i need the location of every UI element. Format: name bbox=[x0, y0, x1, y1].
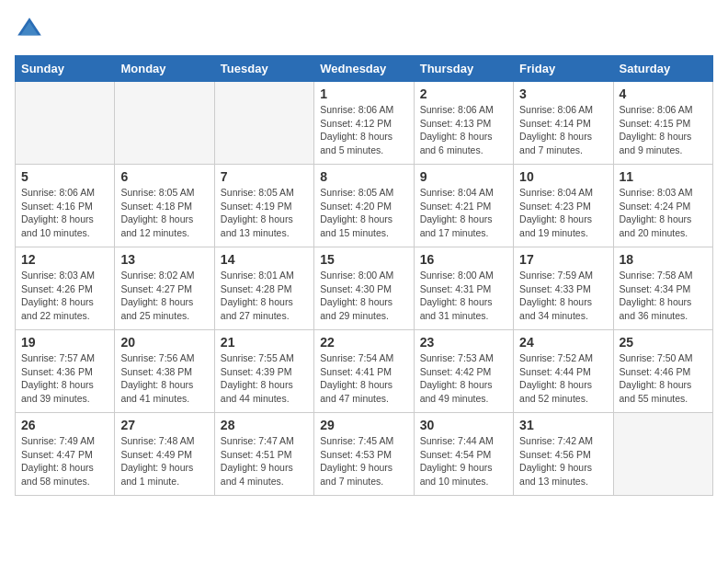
day-info: Sunrise: 7:58 AM Sunset: 4:34 PM Dayligh… bbox=[620, 269, 707, 323]
calendar-cell: 11Sunrise: 8:03 AM Sunset: 4:24 PM Dayli… bbox=[613, 165, 712, 247]
day-info: Sunrise: 8:05 AM Sunset: 4:18 PM Dayligh… bbox=[120, 186, 208, 240]
calendar-cell: 20Sunrise: 7:56 AM Sunset: 4:38 PM Dayli… bbox=[115, 330, 214, 413]
calendar-cell bbox=[115, 82, 214, 165]
calendar-table: SundayMondayTuesdayWednesdayThursdayFrid… bbox=[15, 55, 713, 496]
calendar-cell bbox=[16, 82, 115, 165]
logo bbox=[15, 15, 48, 44]
day-info: Sunrise: 7:48 AM Sunset: 4:49 PM Dayligh… bbox=[120, 434, 208, 488]
day-info: Sunrise: 7:53 AM Sunset: 4:42 PM Dayligh… bbox=[420, 351, 507, 406]
calendar-cell: 31Sunrise: 7:42 AM Sunset: 4:56 PM Dayli… bbox=[514, 413, 613, 496]
weekday-header-friday: Friday bbox=[514, 56, 613, 82]
day-number: 22 bbox=[320, 335, 407, 350]
day-info: Sunrise: 7:44 AM Sunset: 4:54 PM Dayligh… bbox=[420, 434, 507, 488]
day-number: 24 bbox=[519, 335, 607, 350]
day-info: Sunrise: 7:54 AM Sunset: 4:41 PM Dayligh… bbox=[320, 351, 407, 406]
calendar-cell: 16Sunrise: 8:00 AM Sunset: 4:31 PM Dayli… bbox=[414, 247, 513, 330]
week-row-1: 1Sunrise: 8:06 AM Sunset: 4:12 PM Daylig… bbox=[16, 82, 713, 165]
calendar-cell: 6Sunrise: 8:05 AM Sunset: 4:18 PM Daylig… bbox=[115, 165, 214, 247]
day-number: 8 bbox=[320, 169, 407, 184]
calendar-cell: 18Sunrise: 7:58 AM Sunset: 4:34 PM Dayli… bbox=[613, 247, 712, 330]
day-number: 12 bbox=[21, 252, 108, 267]
calendar-cell: 24Sunrise: 7:52 AM Sunset: 4:44 PM Dayli… bbox=[514, 330, 613, 413]
page-header bbox=[15, 15, 713, 44]
day-number: 4 bbox=[620, 86, 707, 101]
day-number: 3 bbox=[519, 86, 607, 101]
day-info: Sunrise: 8:06 AM Sunset: 4:13 PM Dayligh… bbox=[420, 103, 507, 157]
day-info: Sunrise: 7:42 AM Sunset: 4:56 PM Dayligh… bbox=[519, 434, 607, 488]
calendar-cell: 5Sunrise: 8:06 AM Sunset: 4:16 PM Daylig… bbox=[16, 165, 115, 247]
day-info: Sunrise: 7:52 AM Sunset: 4:44 PM Dayligh… bbox=[519, 351, 607, 406]
day-number: 1 bbox=[320, 86, 407, 101]
day-number: 9 bbox=[420, 169, 507, 184]
calendar-cell: 1Sunrise: 8:06 AM Sunset: 4:12 PM Daylig… bbox=[314, 82, 414, 165]
calendar-cell: 2Sunrise: 8:06 AM Sunset: 4:13 PM Daylig… bbox=[414, 82, 513, 165]
day-info: Sunrise: 8:06 AM Sunset: 4:12 PM Dayligh… bbox=[320, 103, 407, 157]
day-number: 28 bbox=[221, 418, 308, 432]
calendar-cell: 30Sunrise: 7:44 AM Sunset: 4:54 PM Dayli… bbox=[414, 413, 513, 496]
day-info: Sunrise: 8:00 AM Sunset: 4:30 PM Dayligh… bbox=[320, 269, 407, 323]
day-info: Sunrise: 8:02 AM Sunset: 4:27 PM Dayligh… bbox=[120, 269, 208, 323]
calendar-cell: 12Sunrise: 8:03 AM Sunset: 4:26 PM Dayli… bbox=[16, 247, 115, 330]
day-info: Sunrise: 8:06 AM Sunset: 4:15 PM Dayligh… bbox=[620, 103, 707, 157]
day-info: Sunrise: 7:47 AM Sunset: 4:51 PM Dayligh… bbox=[221, 434, 308, 488]
week-row-5: 26Sunrise: 7:49 AM Sunset: 4:47 PM Dayli… bbox=[16, 413, 713, 496]
day-info: Sunrise: 8:06 AM Sunset: 4:14 PM Dayligh… bbox=[519, 103, 607, 157]
day-number: 21 bbox=[221, 335, 308, 350]
calendar-cell: 23Sunrise: 7:53 AM Sunset: 4:42 PM Dayli… bbox=[414, 330, 513, 413]
weekday-header-row: SundayMondayTuesdayWednesdayThursdayFrid… bbox=[16, 56, 713, 82]
day-info: Sunrise: 8:03 AM Sunset: 4:24 PM Dayligh… bbox=[620, 186, 707, 240]
day-number: 11 bbox=[620, 169, 707, 184]
weekday-header-saturday: Saturday bbox=[613, 56, 712, 82]
calendar-cell: 29Sunrise: 7:45 AM Sunset: 4:53 PM Dayli… bbox=[314, 413, 414, 496]
day-number: 26 bbox=[21, 418, 108, 432]
day-info: Sunrise: 8:05 AM Sunset: 4:20 PM Dayligh… bbox=[320, 186, 407, 240]
weekday-header-wednesday: Wednesday bbox=[314, 56, 414, 82]
day-info: Sunrise: 7:50 AM Sunset: 4:46 PM Dayligh… bbox=[620, 351, 707, 406]
day-number: 29 bbox=[320, 418, 407, 432]
day-info: Sunrise: 8:06 AM Sunset: 4:16 PM Dayligh… bbox=[21, 186, 108, 240]
calendar-cell: 19Sunrise: 7:57 AM Sunset: 4:36 PM Dayli… bbox=[16, 330, 115, 413]
day-info: Sunrise: 7:49 AM Sunset: 4:47 PM Dayligh… bbox=[21, 434, 108, 488]
day-info: Sunrise: 7:55 AM Sunset: 4:39 PM Dayligh… bbox=[221, 351, 308, 406]
day-number: 17 bbox=[519, 252, 607, 267]
calendar-cell: 7Sunrise: 8:05 AM Sunset: 4:19 PM Daylig… bbox=[214, 165, 313, 247]
week-row-2: 5Sunrise: 8:06 AM Sunset: 4:16 PM Daylig… bbox=[16, 165, 713, 247]
day-info: Sunrise: 8:01 AM Sunset: 4:28 PM Dayligh… bbox=[221, 269, 308, 323]
calendar-cell bbox=[613, 413, 712, 496]
calendar-cell: 21Sunrise: 7:55 AM Sunset: 4:39 PM Dayli… bbox=[214, 330, 313, 413]
day-number: 13 bbox=[120, 252, 208, 267]
weekday-header-thursday: Thursday bbox=[414, 56, 513, 82]
calendar-cell: 26Sunrise: 7:49 AM Sunset: 4:47 PM Dayli… bbox=[16, 413, 115, 496]
calendar-cell bbox=[214, 82, 313, 165]
day-info: Sunrise: 7:56 AM Sunset: 4:38 PM Dayligh… bbox=[120, 351, 208, 406]
day-number: 15 bbox=[320, 252, 407, 267]
day-number: 20 bbox=[120, 335, 208, 350]
day-number: 14 bbox=[221, 252, 308, 267]
calendar-cell: 27Sunrise: 7:48 AM Sunset: 4:49 PM Dayli… bbox=[115, 413, 214, 496]
day-number: 19 bbox=[21, 335, 108, 350]
calendar-cell: 4Sunrise: 8:06 AM Sunset: 4:15 PM Daylig… bbox=[613, 82, 712, 165]
calendar-cell: 22Sunrise: 7:54 AM Sunset: 4:41 PM Dayli… bbox=[314, 330, 414, 413]
calendar-cell: 14Sunrise: 8:01 AM Sunset: 4:28 PM Dayli… bbox=[214, 247, 313, 330]
calendar-cell: 9Sunrise: 8:04 AM Sunset: 4:21 PM Daylig… bbox=[414, 165, 513, 247]
day-number: 18 bbox=[620, 252, 707, 267]
week-row-4: 19Sunrise: 7:57 AM Sunset: 4:36 PM Dayli… bbox=[16, 330, 713, 413]
calendar-cell: 8Sunrise: 8:05 AM Sunset: 4:20 PM Daylig… bbox=[314, 165, 414, 247]
calendar-cell: 10Sunrise: 8:04 AM Sunset: 4:23 PM Dayli… bbox=[514, 165, 613, 247]
calendar-cell: 15Sunrise: 8:00 AM Sunset: 4:30 PM Dayli… bbox=[314, 247, 414, 330]
day-info: Sunrise: 8:05 AM Sunset: 4:19 PM Dayligh… bbox=[221, 186, 308, 240]
calendar-cell: 28Sunrise: 7:47 AM Sunset: 4:51 PM Dayli… bbox=[214, 413, 313, 496]
weekday-header-sunday: Sunday bbox=[16, 56, 115, 82]
day-info: Sunrise: 8:04 AM Sunset: 4:23 PM Dayligh… bbox=[519, 186, 607, 240]
logo-icon bbox=[15, 15, 44, 44]
calendar-cell: 13Sunrise: 8:02 AM Sunset: 4:27 PM Dayli… bbox=[115, 247, 214, 330]
day-info: Sunrise: 7:59 AM Sunset: 4:33 PM Dayligh… bbox=[519, 269, 607, 323]
weekday-header-tuesday: Tuesday bbox=[214, 56, 313, 82]
day-number: 27 bbox=[120, 418, 208, 432]
day-number: 25 bbox=[620, 335, 707, 350]
day-number: 31 bbox=[519, 418, 607, 432]
day-number: 30 bbox=[420, 418, 507, 432]
weekday-header-monday: Monday bbox=[115, 56, 214, 82]
day-number: 6 bbox=[120, 169, 208, 184]
day-info: Sunrise: 8:00 AM Sunset: 4:31 PM Dayligh… bbox=[420, 269, 507, 323]
